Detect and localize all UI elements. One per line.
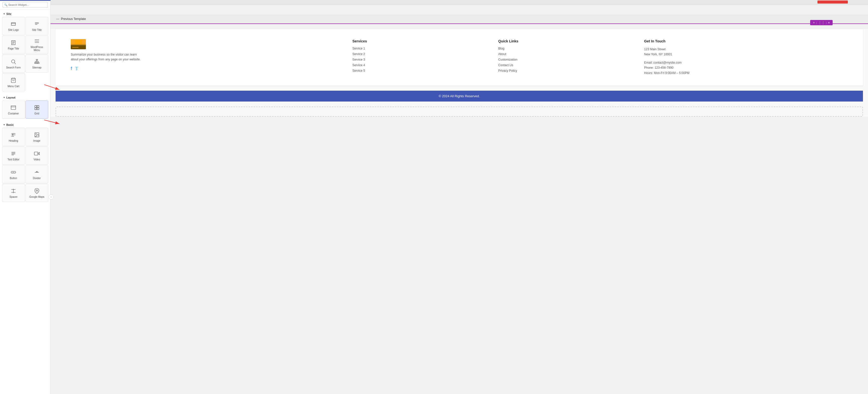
element-close-button[interactable]: × bbox=[827, 21, 831, 25]
layout-section-label: Layout bbox=[6, 96, 16, 99]
image-icon bbox=[34, 132, 40, 138]
grid-label: Grid bbox=[34, 112, 39, 115]
widget-container[interactable]: Container bbox=[2, 100, 25, 119]
service-link-1[interactable]: Service 1 bbox=[352, 47, 488, 50]
svg-rect-28 bbox=[35, 108, 37, 109]
divider-icon bbox=[34, 169, 40, 176]
element-move-button[interactable]: ⋮⋮ bbox=[817, 21, 826, 25]
service-link-4[interactable]: Service 4 bbox=[352, 63, 488, 67]
selection-border-top bbox=[51, 24, 868, 24]
widget-site-title[interactable]: Site Title bbox=[26, 17, 49, 35]
footer-address-line1: 123 Main Street bbox=[644, 47, 665, 51]
site-section-header[interactable]: ▼ Site bbox=[0, 10, 50, 17]
button-label: Button bbox=[10, 177, 17, 180]
widget-page-title[interactable]: Page Title bbox=[2, 36, 25, 54]
widget-text-editor[interactable]: Text Editor bbox=[2, 146, 25, 165]
footer-logo bbox=[71, 39, 86, 49]
svg-line-13 bbox=[14, 63, 16, 64]
basic-section-header[interactable]: ▼ Basic bbox=[0, 121, 50, 128]
widget-heading[interactable]: T Heading bbox=[2, 128, 25, 146]
widget-wordpress-menu[interactable]: WordPress Menu bbox=[26, 36, 49, 54]
quick-link-about[interactable]: About bbox=[498, 52, 634, 56]
layout-section-header[interactable]: ▼ Layout bbox=[0, 94, 50, 100]
service-link-5[interactable]: Service 5 bbox=[352, 69, 488, 72]
sidebar-collapse-button[interactable]: ‹ bbox=[49, 195, 54, 199]
widget-site-logo[interactable]: Site Logo bbox=[2, 17, 25, 35]
site-widgets-grid: Site Logo Site Title Page Title bbox=[0, 17, 50, 94]
footer-touch-title: Get In Touch bbox=[644, 39, 848, 43]
widget-spacer[interactable]: Spacer bbox=[2, 184, 25, 202]
quick-link-blog[interactable]: Blog bbox=[498, 47, 634, 50]
widget-search-bar: 🔍 bbox=[0, 0, 50, 10]
prev-template-label: ← Previous Template bbox=[57, 17, 86, 21]
widget-search-form[interactable]: Search Form bbox=[2, 55, 25, 73]
spacer-icon bbox=[10, 188, 16, 195]
svg-marker-37 bbox=[38, 152, 39, 155]
layout-caret-icon: ▼ bbox=[3, 96, 5, 99]
quick-link-privacy[interactable]: Privacy Policy bbox=[498, 69, 634, 72]
footer-services-links: Service 1 Service 2 Service 3 Service 4 … bbox=[352, 47, 488, 72]
copyright-bar: © 2024 All Rights Reserved. bbox=[56, 91, 863, 102]
widget-google-maps[interactable]: Google Maps bbox=[26, 184, 49, 202]
wordpress-menu-label: WordPress Menu bbox=[27, 46, 47, 52]
heading-label: Heading bbox=[9, 139, 18, 142]
footer-phone: Phone: 123-456-7890 bbox=[644, 66, 674, 69]
footer-touch-address: 123 Main Street New York, NY 10001 bbox=[644, 47, 848, 57]
site-logo-icon bbox=[10, 21, 16, 28]
top-bar-accent bbox=[817, 1, 848, 3]
svg-point-32 bbox=[36, 134, 36, 134]
container-icon bbox=[10, 105, 16, 111]
google-maps-icon bbox=[34, 188, 40, 195]
footer-brand: Summarize your business so the visitor c… bbox=[71, 39, 342, 75]
prev-template-bar[interactable]: ← ← Previous Template bbox=[51, 15, 868, 24]
element-add-button[interactable]: + bbox=[812, 21, 816, 25]
image-label: Image bbox=[33, 139, 40, 142]
divider-label: Divider bbox=[33, 177, 41, 180]
footer-address-line2: New York, NY 10001 bbox=[644, 53, 672, 56]
site-logo-label: Site Logo bbox=[8, 29, 19, 32]
footer-quick-links-list: Blog About Customization Contact Us Priv… bbox=[498, 47, 634, 72]
search-form-icon bbox=[10, 59, 16, 65]
footer-area: Summarize your business so the visitor c… bbox=[51, 29, 868, 117]
service-link-2[interactable]: Service 2 bbox=[352, 52, 488, 56]
footer-email: Email: contact@mysite.com bbox=[644, 61, 682, 64]
top-bar bbox=[51, 0, 868, 5]
video-label: Video bbox=[34, 158, 40, 161]
service-link-3[interactable]: Service 3 bbox=[352, 58, 488, 61]
svg-rect-27 bbox=[37, 105, 39, 107]
footer-socials: f 𝕋 bbox=[71, 66, 342, 71]
facebook-icon[interactable]: f bbox=[71, 66, 72, 71]
search-form-label: Search Form bbox=[6, 66, 21, 69]
progress-bar bbox=[0, 0, 51, 1]
widget-sitemap[interactable]: Sitemap bbox=[26, 55, 49, 73]
widget-image[interactable]: Image bbox=[26, 128, 49, 146]
basic-section-label: Basic bbox=[6, 123, 13, 126]
widget-menu-cart[interactable]: Menu Cart bbox=[2, 73, 25, 92]
google-maps-label: Google Maps bbox=[29, 195, 44, 199]
text-editor-icon bbox=[10, 151, 16, 157]
svg-point-46 bbox=[36, 190, 38, 191]
twitter-icon[interactable]: 𝕋 bbox=[75, 66, 78, 71]
element-toolbar: + | ⋮⋮ | × bbox=[810, 20, 833, 25]
footer-get-in-touch: Get In Touch 123 Main Street New York, N… bbox=[644, 39, 848, 75]
selected-element-wrapper: + | ⋮⋮ | × bbox=[51, 24, 868, 24]
heading-icon: T bbox=[10, 132, 16, 138]
site-caret-icon: ▼ bbox=[3, 13, 5, 15]
quick-link-customization[interactable]: Customization bbox=[498, 58, 634, 61]
widget-grid[interactable]: Grid bbox=[26, 100, 49, 119]
sitemap-icon bbox=[34, 59, 40, 65]
widget-divider[interactable]: Divider bbox=[26, 165, 49, 183]
footer-quick-links-title: Quick Links bbox=[498, 39, 634, 43]
menu-cart-label: Menu Cart bbox=[7, 85, 20, 88]
svg-marker-42 bbox=[36, 171, 38, 172]
quick-link-contact[interactable]: Contact Us bbox=[498, 63, 634, 67]
svg-rect-29 bbox=[37, 108, 39, 109]
grid-icon bbox=[34, 105, 40, 111]
toolbar-sep1: | bbox=[816, 21, 817, 24]
placeholder-dashed-area[interactable] bbox=[56, 106, 863, 117]
widget-video[interactable]: Video bbox=[26, 146, 49, 165]
footer-hours: Hours: Mon-Fri 9:00AM – 5:00PM bbox=[644, 71, 689, 75]
svg-rect-16 bbox=[36, 62, 38, 63]
widget-button[interactable]: Button bbox=[2, 165, 25, 183]
search-input[interactable] bbox=[2, 2, 48, 7]
